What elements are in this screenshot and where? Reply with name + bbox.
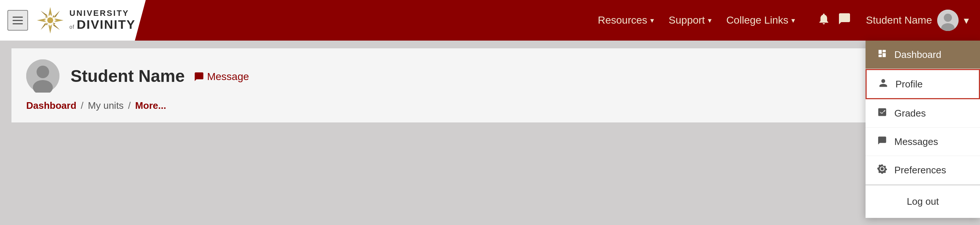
breadcrumb-my-units[interactable]: My units bbox=[88, 100, 124, 111]
nav-resources[interactable]: Resources ▾ bbox=[598, 14, 654, 26]
nav-support-label: Support bbox=[669, 14, 705, 26]
dashboard-icon bbox=[877, 49, 888, 60]
user-menu-chevron-icon: ▾ bbox=[964, 14, 969, 27]
svg-point-8 bbox=[47, 17, 53, 23]
nav-support[interactable]: Support ▾ bbox=[669, 14, 711, 26]
menu-item-profile[interactable]: Profile bbox=[865, 69, 980, 99]
user-avatar bbox=[937, 10, 959, 31]
menu-item-logout[interactable]: Log out bbox=[865, 185, 980, 218]
menu-item-preferences[interactable]: Preferences bbox=[865, 156, 980, 184]
main-content: Student Name Message Dashboard / My unit… bbox=[0, 41, 980, 130]
user-dropdown-menu: Dashboard Profile Grades bbox=[865, 41, 980, 218]
header: University of Divinity Resources ▾ Suppo… bbox=[0, 0, 980, 41]
menu-item-profile-label: Profile bbox=[896, 79, 923, 90]
message-icon bbox=[194, 71, 204, 82]
breadcrumb-more[interactable]: More... bbox=[135, 100, 166, 111]
hamburger-line-2 bbox=[13, 20, 23, 21]
breadcrumb: Dashboard / My units / More... bbox=[26, 100, 954, 111]
profile-icon bbox=[878, 78, 889, 90]
hamburger-line-1 bbox=[13, 17, 23, 18]
logo-of: of bbox=[69, 24, 75, 30]
chevron-down-icon: ▾ bbox=[791, 16, 795, 25]
menu-item-logout-label: Log out bbox=[907, 196, 939, 207]
preferences-icon bbox=[877, 164, 888, 176]
logo-area[interactable]: University of Divinity bbox=[35, 6, 135, 35]
nav-college-links-label: College Links bbox=[726, 14, 788, 26]
breadcrumb-dashboard[interactable]: Dashboard bbox=[26, 100, 76, 111]
chevron-down-icon: ▾ bbox=[650, 16, 654, 25]
logo-text: University of Divinity bbox=[69, 9, 135, 32]
menu-item-messages-label: Messages bbox=[894, 136, 938, 147]
breadcrumb-sep-2: / bbox=[128, 100, 131, 111]
profile-card: Student Name Message Dashboard / My unit… bbox=[11, 48, 969, 123]
chevron-down-icon: ▾ bbox=[708, 16, 711, 25]
header-left: University of Divinity bbox=[0, 0, 162, 41]
user-menu-button[interactable]: Student Name ▾ bbox=[866, 10, 969, 31]
nav-college-links[interactable]: College Links ▾ bbox=[726, 14, 795, 26]
chat-icon[interactable] bbox=[838, 12, 851, 29]
hamburger-button[interactable] bbox=[7, 10, 28, 31]
notifications-icon[interactable] bbox=[817, 12, 830, 29]
profile-avatar bbox=[26, 59, 59, 93]
logo-university: University bbox=[69, 9, 135, 18]
header-icons bbox=[817, 12, 851, 29]
svg-point-21 bbox=[37, 66, 49, 78]
logo-divinity: Divinity bbox=[77, 18, 136, 31]
hamburger-line-3 bbox=[13, 23, 23, 24]
profile-top: Student Name Message bbox=[26, 59, 954, 93]
profile-name-area: Student Name Message bbox=[70, 66, 249, 86]
menu-item-preferences-label: Preferences bbox=[894, 165, 946, 176]
menu-item-dashboard[interactable]: Dashboard bbox=[865, 41, 980, 69]
profile-name: Student Name bbox=[70, 67, 185, 86]
message-button[interactable]: Message bbox=[194, 71, 249, 82]
university-logo-icon bbox=[35, 6, 65, 35]
svg-point-18 bbox=[944, 14, 952, 22]
nav-resources-label: Resources bbox=[598, 14, 647, 26]
menu-item-dashboard-label: Dashboard bbox=[894, 49, 941, 60]
grades-icon bbox=[877, 107, 888, 119]
message-label: Message bbox=[207, 71, 249, 82]
breadcrumb-sep-1: / bbox=[81, 100, 83, 111]
menu-item-grades[interactable]: Grades bbox=[865, 99, 980, 128]
messages-icon bbox=[877, 136, 888, 147]
header-right: Resources ▾ Support ▾ College Links ▾ bbox=[162, 0, 980, 41]
menu-item-grades-label: Grades bbox=[894, 108, 926, 119]
user-name-label: Student Name bbox=[866, 14, 932, 26]
menu-item-messages[interactable]: Messages bbox=[865, 128, 980, 156]
